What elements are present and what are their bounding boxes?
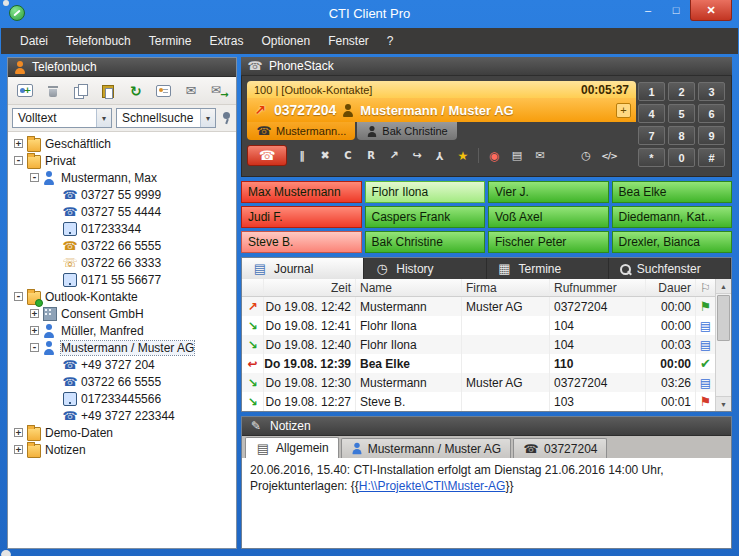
- tree-item[interactable]: 03722 66 3333: [8, 254, 236, 271]
- expander-icon[interactable]: -: [30, 173, 39, 182]
- check-icon[interactable]: [698, 356, 714, 372]
- notes-tab-allgemein[interactable]: Allgemein: [245, 437, 339, 458]
- flag-icon[interactable]: [698, 394, 714, 410]
- contact-card-button[interactable]: [509, 148, 525, 164]
- expander-icon[interactable]: +: [14, 445, 23, 454]
- tree-item[interactable]: +49 3727 204: [8, 356, 236, 373]
- expander-icon[interactable]: -: [14, 156, 23, 165]
- tree-item[interactable]: +Geschäftlich: [8, 135, 236, 152]
- code-button[interactable]: [601, 148, 617, 164]
- journal-row[interactable]: Do 19.08. 12:27 Steve B. 103 00:01: [242, 392, 715, 411]
- tab-termine[interactable]: Termine: [487, 258, 609, 279]
- scrollbar-thumb[interactable]: [717, 295, 730, 341]
- hold-button[interactable]: [294, 148, 310, 164]
- blf-tile[interactable]: Steve B.: [241, 231, 362, 253]
- note-icon[interactable]: [698, 375, 714, 391]
- tree-item[interactable]: 03727 55 9999: [8, 186, 236, 203]
- blf-tile[interactable]: Vier J.: [488, 181, 609, 203]
- mail-button[interactable]: [179, 80, 204, 102]
- project-folder-link[interactable]: H:\\Projekte\CTI\Muster-AG: [359, 479, 506, 493]
- journal-row[interactable]: Do 19.08. 12:42 Mustermann Muster AG 037…: [242, 297, 715, 316]
- col-rufnummer[interactable]: Rufnummer: [550, 279, 646, 296]
- blf-tile[interactable]: Bea Elke: [612, 181, 733, 203]
- tree-item[interactable]: -Mustermann, Max: [8, 169, 236, 186]
- tree-item[interactable]: 03727 55 4444: [8, 203, 236, 220]
- send-button[interactable]: [206, 80, 231, 102]
- menu-help[interactable]: ?: [378, 30, 403, 52]
- scroll-down-button[interactable]: ▼: [716, 396, 731, 411]
- menu-fenster[interactable]: Fenster: [319, 30, 378, 52]
- journal-row[interactable]: Do 19.08. 12:40 Flohr Ilona 104 00:03: [242, 335, 715, 354]
- col-name[interactable]: Name: [356, 279, 462, 296]
- conference-button[interactable]: [432, 148, 448, 164]
- refresh-button[interactable]: [124, 80, 149, 102]
- dialpad-key-1[interactable]: 1: [638, 82, 665, 101]
- note-icon[interactable]: [698, 318, 714, 334]
- journal-row[interactable]: Do 19.08. 12:39 Bea Elke 110 00:00: [242, 354, 715, 373]
- pin-icon[interactable]: [220, 111, 232, 125]
- menu-datei[interactable]: Datei: [11, 30, 57, 52]
- blf-tile[interactable]: Flohr Ilona: [365, 181, 486, 203]
- tree-item[interactable]: +Notizen: [8, 441, 236, 458]
- dialpad-key-9[interactable]: 9: [698, 126, 725, 145]
- tree-item[interactable]: -Privat: [8, 152, 236, 169]
- dialpad-key-star[interactable]: *: [638, 148, 665, 167]
- menu-telefonbuch[interactable]: Telefonbuch: [57, 30, 140, 52]
- tree-item[interactable]: 0171 55 56677: [8, 271, 236, 288]
- expand-call-button[interactable]: +: [616, 103, 631, 118]
- close-button[interactable]: ✕: [690, 0, 732, 21]
- dialpad-key-2[interactable]: 2: [668, 82, 695, 101]
- menu-termine[interactable]: Termine: [140, 30, 201, 52]
- blf-tile[interactable]: Diedemann, Kat...: [612, 206, 733, 228]
- expander-icon[interactable]: -: [30, 343, 39, 352]
- tab-suchfenster[interactable]: Suchfenster: [609, 258, 731, 279]
- expander-icon[interactable]: +: [30, 309, 39, 318]
- quicksearch-select[interactable]: Schnellsuche ▾: [116, 108, 216, 128]
- minimize-button[interactable]: –: [634, 0, 662, 19]
- transfer-button[interactable]: [386, 148, 402, 164]
- note-icon[interactable]: [698, 337, 714, 353]
- paste-button[interactable]: [96, 80, 121, 102]
- tree-item[interactable]: +Demo-Daten: [8, 424, 236, 441]
- dialpad-key-3[interactable]: 3: [698, 82, 725, 101]
- maximize-button[interactable]: □: [662, 0, 690, 19]
- email-button[interactable]: [532, 148, 548, 164]
- col-dauer[interactable]: Dauer: [646, 279, 696, 296]
- contact-button[interactable]: [555, 148, 571, 164]
- dialpad-key-7[interactable]: 7: [638, 126, 665, 145]
- tree-item[interactable]: 03722 66 5555: [8, 237, 236, 254]
- blf-tile[interactable]: Judi F.: [241, 206, 362, 228]
- scroll-up-button[interactable]: ▲: [716, 279, 731, 294]
- consult-button[interactable]: [340, 148, 356, 164]
- notes-tab-contact[interactable]: Mustermann / Muster AG: [341, 438, 511, 458]
- record-button[interactable]: [486, 148, 502, 164]
- notes-tab-number[interactable]: 03727204: [513, 438, 607, 458]
- favorite-button[interactable]: [455, 148, 471, 164]
- dialpad-key-4[interactable]: 4: [638, 104, 665, 123]
- call-tab-active[interactable]: Mustermann...: [247, 122, 355, 140]
- clear-button[interactable]: [317, 148, 333, 164]
- tree-item[interactable]: 03722 66 5555: [8, 373, 236, 390]
- hangup-button[interactable]: [247, 145, 287, 166]
- tab-journal[interactable]: Journal: [242, 258, 364, 279]
- dialpad-key-6[interactable]: 6: [698, 104, 725, 123]
- journal-row[interactable]: Do 19.08. 12:41 Flohr Ilona 104 00:00: [242, 316, 715, 335]
- menu-optionen[interactable]: Optionen: [252, 30, 319, 52]
- history-button[interactable]: [578, 148, 594, 164]
- dialpad-key-hash[interactable]: #: [698, 148, 725, 167]
- tree-item-selected[interactable]: -Mustermann / Muster AG: [8, 339, 236, 356]
- deflect-button[interactable]: [409, 148, 425, 164]
- journal-row[interactable]: Do 19.08. 12:30 Mustermann Muster AG 037…: [242, 373, 715, 392]
- tree-item[interactable]: +49 3727 223344: [8, 407, 236, 424]
- blf-tile[interactable]: Fischer Peter: [488, 231, 609, 253]
- blf-tile[interactable]: Max Mustermann: [241, 181, 362, 203]
- col-firma[interactable]: Firma: [462, 279, 550, 296]
- expander-icon[interactable]: +: [30, 326, 39, 335]
- tree-item[interactable]: -Outlook-Kontakte: [8, 288, 236, 305]
- expander-icon[interactable]: -: [14, 292, 23, 301]
- notes-body[interactable]: 20.06.2016, 15.40: CTI-Installation erfo…: [242, 458, 731, 548]
- dialpad-key-8[interactable]: 8: [668, 126, 695, 145]
- blf-tile[interactable]: Drexler, Bianca: [612, 231, 733, 253]
- blf-tile[interactable]: Caspers Frank: [365, 206, 486, 228]
- dialpad-key-0[interactable]: 0: [668, 148, 695, 167]
